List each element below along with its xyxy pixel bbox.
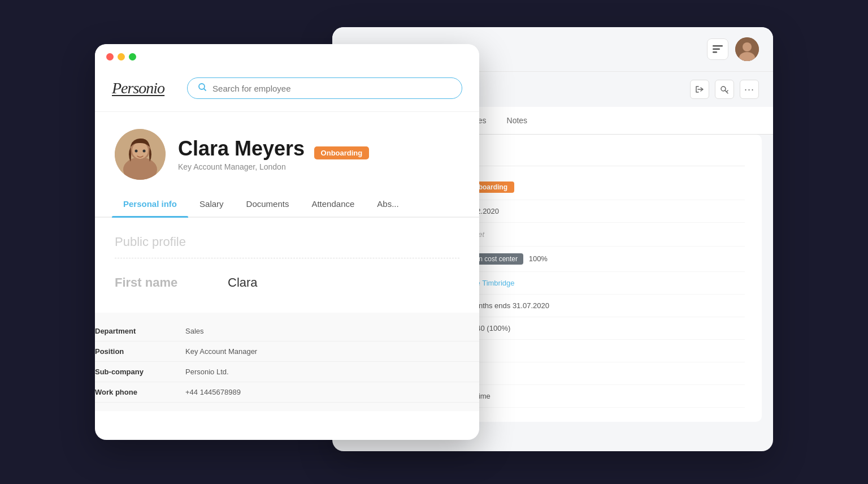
tab-attendance[interactable]: Attendance [300, 191, 366, 217]
left-tabs-nav: Personal info Salary Documents Attendanc… [95, 191, 479, 218]
first-name-label: First name [115, 275, 228, 290]
value-work-phone: +44 1445678989 [185, 388, 241, 396]
table-row-work-phone: Work phone +44 1445678989 [95, 382, 479, 403]
employee-avatar [115, 129, 166, 180]
label-sub-company: Sub-company [95, 368, 185, 376]
search-bar[interactable] [187, 77, 462, 99]
svg-point-11 [132, 142, 148, 159]
value-department: Sales [185, 327, 204, 335]
employee-name: Clara Meyers Onboarding [178, 137, 459, 160]
info-table: Department Sales Position Key Account Ma… [95, 313, 479, 411]
public-profile-title: Public profile [115, 235, 459, 249]
minimize-dot[interactable] [118, 53, 125, 60]
personal-info-content: Public profile First name Clara [95, 218, 479, 313]
value-sub-company: Personio Ltd. [185, 368, 229, 376]
user-avatar-button[interactable] [735, 37, 759, 61]
employee-name-text: Clara Meyers [178, 137, 305, 160]
left-header: Personio [95, 65, 479, 112]
tab-personal-info[interactable]: Personal info [112, 191, 188, 217]
key-icon-button[interactable] [715, 80, 734, 99]
tab-documents[interactable]: Documents [235, 191, 301, 217]
left-card: Personio [95, 44, 479, 440]
maximize-dot[interactable] [129, 53, 136, 60]
logo-text: Personio [112, 79, 164, 97]
first-name-row: First name Clara [115, 270, 459, 296]
label-department: Department [95, 327, 185, 335]
search-input[interactable] [212, 84, 452, 93]
label-work-phone: Work phone [95, 388, 185, 396]
tab-notes[interactable]: Notes [497, 107, 538, 134]
label-position: Position [95, 347, 185, 356]
svg-rect-1 [713, 49, 720, 50]
first-name-value: Clara [228, 275, 258, 290]
table-row-position: Position Key Account Manager [95, 342, 479, 362]
window-chrome [95, 44, 479, 65]
svg-point-4 [743, 42, 752, 51]
section-divider [115, 258, 459, 258]
close-dot[interactable] [106, 53, 114, 60]
search-icon [198, 83, 207, 94]
table-row-sub-company: Sub-company Personio Ltd. [95, 362, 479, 382]
more-options-button[interactable]: ··· [740, 80, 759, 99]
tab-salary[interactable]: Salary [188, 191, 235, 217]
tab-absence[interactable]: Abs... [366, 191, 410, 217]
logo: Personio [112, 79, 164, 97]
svg-point-12 [135, 150, 138, 153]
employee-name-area: Clara Meyers Onboarding Key Account Mana… [178, 137, 459, 172]
value-position: Key Account Manager [185, 347, 257, 356]
svg-rect-2 [713, 51, 717, 53]
table-row-department: Department Sales [95, 321, 479, 342]
svg-point-13 [143, 150, 146, 153]
employee-header: Clara Meyers Onboarding Key Account Mana… [95, 112, 479, 191]
employee-title: Key Account Manager, London [178, 162, 459, 171]
filter-button[interactable] [707, 38, 728, 60]
signin-icon-button[interactable] [690, 80, 709, 99]
svg-rect-0 [713, 45, 723, 47]
employee-status-badge: Onboarding [314, 146, 370, 159]
